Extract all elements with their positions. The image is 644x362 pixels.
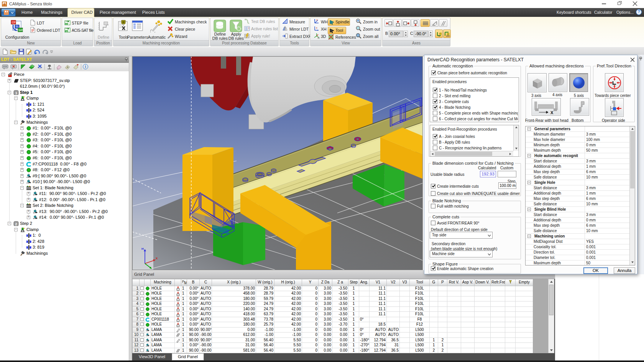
svg-text:TL: TL: [16, 25, 19, 28]
svg-text:H: H: [141, 247, 144, 251]
svg-text:180: 180: [446, 35, 450, 37]
svg-text:SAT: SAT: [66, 31, 69, 33]
svg-text:CP: CP: [12, 21, 16, 24]
svg-text:STEP: STEP: [66, 23, 70, 25]
svg-text:X: X: [316, 27, 317, 29]
svg-text:X: X: [550, 110, 554, 115]
svg-text:H: H: [316, 19, 318, 21]
svg-text:X: X: [156, 257, 158, 260]
svg-text:A: A: [67, 66, 69, 69]
svg-text:SAT: SAT: [18, 29, 23, 31]
svg-text:3D: 3D: [317, 37, 320, 39]
